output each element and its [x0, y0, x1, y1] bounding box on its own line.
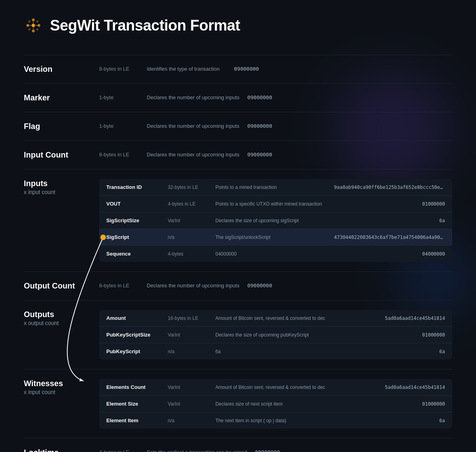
sub-field-value: 473044022083643c6af7be71a4754006a4a90e88…	[334, 235, 445, 240]
main-row-witnesses: Witnesses x input count Elements Count V…	[24, 369, 452, 438]
svg-point-3	[27, 24, 29, 27]
sub-field-value: 01000000	[422, 201, 445, 207]
row-label: Version	[24, 65, 99, 74]
sub-row: Element Item n/a The next item in script…	[99, 412, 452, 429]
sub-row: PubKeyScriptSize VarInt Declares the siz…	[99, 327, 452, 343]
row-description: Sets the earliest a transaction can be m…	[147, 448, 255, 452]
row-label-col: Outputs x output count	[24, 310, 99, 326]
row-sub-label: x input count	[24, 389, 99, 395]
sub-field-desc: Declares size of next script item	[215, 401, 422, 407]
sub-field-size: VarInt	[168, 218, 215, 223]
svg-point-10	[36, 21, 38, 23]
page-title: SegWit Transaction Format	[50, 17, 240, 34]
sub-field-desc: Declares the size of upcoming pubKeyScri…	[215, 332, 422, 338]
row-size: 8-bytes in LE	[99, 65, 147, 72]
row-value: 09000000	[247, 93, 272, 100]
sub-field-size: n/a	[168, 418, 215, 423]
main-row-outputs: Outputs x output count Amount 16-bytes i…	[24, 300, 452, 369]
sub-field-desc: The next item in script ( op | data)	[215, 418, 440, 423]
row-value: 09000000	[247, 122, 272, 129]
row-label: Marker	[24, 93, 99, 102]
sub-field-name: Transaction ID	[106, 184, 168, 190]
sub-field-name: VOUT	[106, 201, 168, 207]
main-row-locktime: Locktime 4-bytes in LE Sets the earliest…	[24, 438, 452, 452]
sub-field-desc: Declares the size of upcoming sigScript	[215, 218, 440, 223]
sub-field-name: Sequence	[106, 251, 168, 257]
sub-field-name: Element Size	[106, 401, 168, 407]
row-sub-label: x output count	[24, 320, 99, 326]
svg-point-0	[32, 24, 35, 27]
sub-row: SigScriptSize VarInt Declares the size o…	[99, 212, 452, 229]
sub-field-value: 6a	[440, 418, 445, 423]
row-size: 8-bytes in LE	[99, 281, 147, 289]
sub-field-size: 16-bytes in LE	[168, 315, 215, 321]
sub-field-desc: Points to a specific UTXO within mined t…	[215, 201, 422, 207]
sub-field-desc: Amount of Bitcoin sent, reversed & conve…	[215, 315, 385, 321]
svg-point-11	[29, 29, 31, 31]
orange-dot	[100, 235, 106, 240]
row-description: Declares the number of upcoming inputs	[147, 93, 247, 100]
row-description: Declares the number of upcoming inputs	[147, 281, 247, 289]
sub-field-desc: The sigScript/unlockScript	[215, 235, 334, 240]
page-header: SegWit Transaction Format	[24, 16, 452, 35]
row-value: 09000000	[234, 65, 259, 72]
row-label-col: Witnesses x input count	[24, 379, 99, 395]
row-size: 4-bytes in LE	[99, 448, 147, 452]
main-row-marker: Marker 1-byte Declares the number of upc…	[24, 83, 452, 112]
sub-field-desc: 04000000	[215, 251, 422, 257]
sub-field-desc: Points to a mined transaction	[215, 185, 334, 190]
sub-field-value: 5ad0a6aad14ce45b41814	[385, 315, 445, 321]
sub-field-name: Elements Count	[106, 384, 168, 390]
row-description: Identifies the type of transaction	[147, 65, 234, 72]
row-sub-label: x input count	[24, 189, 99, 195]
row-description: Declares the number of upcoming inputs	[147, 122, 247, 129]
sub-field-size: 4-bytes	[168, 251, 215, 257]
row-label: Flag	[24, 122, 99, 131]
main-row-version: Version 8-bytes in LE Identifies the typ…	[24, 55, 452, 83]
sub-table: Transaction ID 32-bytes in LE Points to …	[99, 179, 452, 262]
sub-field-name: SigScriptSize	[106, 217, 168, 223]
row-label: Inputs	[24, 179, 99, 188]
sub-row: Element Size VarInt Declares size of nex…	[99, 396, 452, 412]
sub-field-value: 6a	[440, 349, 445, 354]
sub-row: Amount 16-bytes in LE Amount of Bitcoin …	[99, 310, 452, 327]
sub-table: Amount 16-bytes in LE Amount of Bitcoin …	[99, 310, 452, 360]
row-label: Locktime	[24, 448, 99, 452]
segwit-logo-icon	[24, 16, 43, 35]
sub-field-size: VarInt	[168, 401, 215, 407]
sub-field-value: 5ad0a6aad14ce45b41814	[385, 385, 445, 390]
main-row-input-count: Input Count 8-bytes in LE Declares the n…	[24, 140, 452, 169]
page-wrapper: SegWit Transaction Format Version 8-byte…	[0, 0, 476, 452]
row-value: 00000000	[255, 448, 280, 452]
svg-point-9	[29, 21, 31, 23]
sub-row: Elements Count VarInt Amount of Bitcoin …	[99, 379, 452, 396]
sub-row: Sequence 4-bytes 04000000 04000000	[99, 246, 452, 262]
main-row-flag: Flag 1-byte Declares the number of upcom…	[24, 112, 452, 140]
sub-row: SigScript n/a The sigScript/unlockScript…	[99, 229, 452, 246]
sub-field-size: n/a	[168, 349, 215, 354]
row-size: 1-byte	[99, 93, 147, 100]
row-label: Outputs	[24, 310, 99, 319]
sub-field-size: 32-bytes in LE	[168, 185, 215, 190]
sub-field-name: Amount	[106, 315, 168, 321]
sub-field-size: n/a	[168, 235, 215, 240]
sub-field-name: PubKeyScriptSize	[106, 332, 168, 338]
row-size: 1-byte	[99, 122, 147, 129]
sub-field-size: 4-bytes in LE	[168, 201, 215, 207]
sub-field-value: 9aa0ab940ca90ff6be125b3af652e8bccc50ec4a…	[334, 185, 445, 190]
sub-table: Elements Count VarInt Amount of Bitcoin …	[99, 379, 452, 429]
svg-point-2	[32, 30, 35, 33]
row-size: 8-bytes in LE	[99, 150, 147, 158]
svg-point-1	[32, 19, 35, 21]
sub-field-value: 6a	[440, 218, 445, 223]
main-row-inputs: Inputs x input count Transaction ID 32-b…	[24, 169, 452, 271]
row-label-col: Inputs x input count	[24, 179, 99, 195]
sub-field-name: PubKeyScript	[106, 348, 168, 354]
sub-row: PubKeyScript n/a 6a 6a	[99, 343, 452, 360]
rows-container: Version 8-bytes in LE Identifies the typ…	[24, 55, 452, 452]
sub-field-desc: 6a	[215, 349, 440, 354]
sub-row: VOUT 4-bytes in LE Points to a specific …	[99, 196, 452, 212]
row-label: Output Count	[24, 281, 99, 290]
main-row-output-count: Output Count 8-bytes in LE Declares the …	[24, 271, 452, 300]
sub-field-name: Element Item	[106, 417, 168, 423]
